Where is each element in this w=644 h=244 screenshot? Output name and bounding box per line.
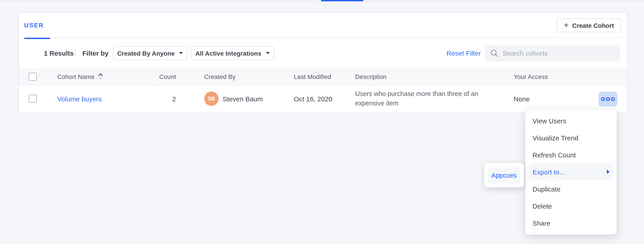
search-cohorts-box[interactable] (485, 45, 620, 62)
menu-item-export-to[interactable]: Export to... (529, 163, 613, 180)
column-header-description[interactable]: Description (355, 68, 386, 85)
select-all-checkbox[interactable] (29, 73, 37, 81)
plus-icon: + (564, 21, 568, 29)
submenu-item-appcues[interactable]: Appcues (488, 167, 520, 183)
column-header-count[interactable]: Count (144, 68, 176, 85)
column-header-created-by[interactable]: Created By (204, 68, 236, 85)
table-row: Volume buyers 2 SB Steven Baum Oct 16, 2… (19, 85, 627, 112)
cohort-count: 2 (144, 85, 176, 112)
filter-bar: 1 Results Filter by Created By Anyone Al… (19, 38, 627, 68)
last-modified-date: Oct 16, 2020 (294, 85, 332, 112)
row-actions-button[interactable] (599, 92, 617, 106)
cohorts-card: USER + Create Cohort 1 Results Filter by… (18, 12, 628, 112)
active-tab-indicator (321, 0, 363, 1)
chevron-down-icon (179, 52, 183, 54)
created-by-dropdown[interactable]: Created By Anyone (113, 46, 187, 60)
menu-item-share[interactable]: Share (529, 214, 613, 231)
menu-item-view-users[interactable]: View Users (529, 112, 613, 129)
menu-item-refresh-count[interactable]: Refresh Count (529, 146, 613, 163)
integrations-dropdown[interactable]: All Active Integrations (191, 46, 274, 60)
tab-user[interactable]: USER (24, 13, 44, 38)
avatar: SB (204, 92, 218, 106)
tab-user-label: USER (24, 22, 44, 29)
vertical-divider (75, 49, 76, 58)
search-input[interactable] (502, 49, 610, 57)
create-cohort-button[interactable]: + Create Cohort (557, 18, 621, 32)
integrations-dropdown-label: All Active Integrations (196, 50, 262, 57)
menu-item-duplicate[interactable]: Duplicate (529, 180, 613, 197)
export-submenu: Appcues (484, 163, 524, 187)
menu-item-delete[interactable]: Delete (529, 197, 613, 214)
column-header-last-modified[interactable]: Last Modified (294, 68, 331, 85)
table-header: Cohort Name Count Created By Last Modifi… (19, 68, 627, 85)
reset-filter-link[interactable]: Reset Filter (446, 38, 481, 68)
row-checkbox[interactable] (29, 95, 37, 103)
cohort-description: Users who purchase more than three of an… (355, 89, 480, 108)
column-header-cohort-name[interactable]: Cohort Name (57, 68, 103, 85)
submenu-arrow-icon (607, 169, 610, 174)
cohort-name-link[interactable]: Volume buyers (57, 95, 102, 103)
create-cohort-label: Create Cohort (572, 22, 614, 29)
card-header: USER + Create Cohort (19, 13, 627, 38)
filter-by-label: Filter by (82, 38, 108, 68)
menu-item-visualize-trend[interactable]: Visualize Trend (529, 129, 613, 146)
sort-icon[interactable] (98, 73, 103, 80)
search-icon (490, 49, 498, 57)
column-header-your-access[interactable]: Your Access (514, 68, 548, 85)
created-by-dropdown-label: Created By Anyone (117, 50, 175, 57)
page: USER + Create Cohort 1 Results Filter by… (0, 0, 644, 244)
results-count: 1 Results (44, 38, 74, 68)
row-actions-menu: View Users Visualize Trend Refresh Count… (525, 109, 617, 234)
chevron-down-icon (266, 52, 270, 54)
ellipsis-icon (601, 97, 605, 101)
created-by-name: Steven Baum (222, 85, 263, 112)
your-access-value: None (514, 85, 530, 112)
